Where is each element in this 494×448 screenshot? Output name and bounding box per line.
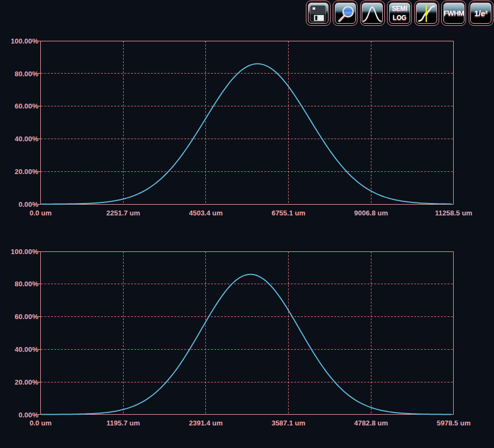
svg-text:0.00%: 0.00% — [18, 200, 38, 208]
svg-text:5978.5 um: 5978.5 um — [437, 419, 471, 427]
svg-text:3587.1 um: 3587.1 um — [271, 419, 305, 427]
svg-text:9006.8 um: 9006.8 um — [354, 209, 388, 217]
svg-text:4782.8 um: 4782.8 um — [354, 419, 388, 427]
svg-text:11258.5 um: 11258.5 um — [435, 209, 472, 217]
svg-text:4503.4 um: 4503.4 um — [189, 209, 223, 217]
svg-text:80.00%: 80.00% — [15, 70, 39, 78]
svg-text:1195.7 um: 1195.7 um — [106, 419, 140, 427]
svg-text:2251.7 um: 2251.7 um — [106, 209, 140, 217]
svg-text:0.0 um: 0.0 um — [30, 209, 52, 217]
svg-text:80.00%: 80.00% — [15, 280, 39, 288]
svg-text:40.00%: 40.00% — [15, 135, 39, 143]
svg-text:60.00%: 60.00% — [15, 102, 39, 110]
svg-text:100.00%: 100.00% — [11, 37, 39, 45]
svg-text:20.00%: 20.00% — [15, 168, 39, 176]
svg-text:60.00%: 60.00% — [15, 313, 39, 321]
svg-text:100.00%: 100.00% — [11, 248, 39, 256]
svg-text:20.00%: 20.00% — [15, 378, 39, 386]
svg-text:40.00%: 40.00% — [15, 345, 39, 353]
svg-text:0.0 um: 0.0 um — [30, 419, 52, 427]
svg-text:2391.4 um: 2391.4 um — [189, 419, 223, 427]
svg-text:6755.1 um: 6755.1 um — [271, 209, 305, 217]
svg-text:0.00%: 0.00% — [18, 411, 38, 419]
